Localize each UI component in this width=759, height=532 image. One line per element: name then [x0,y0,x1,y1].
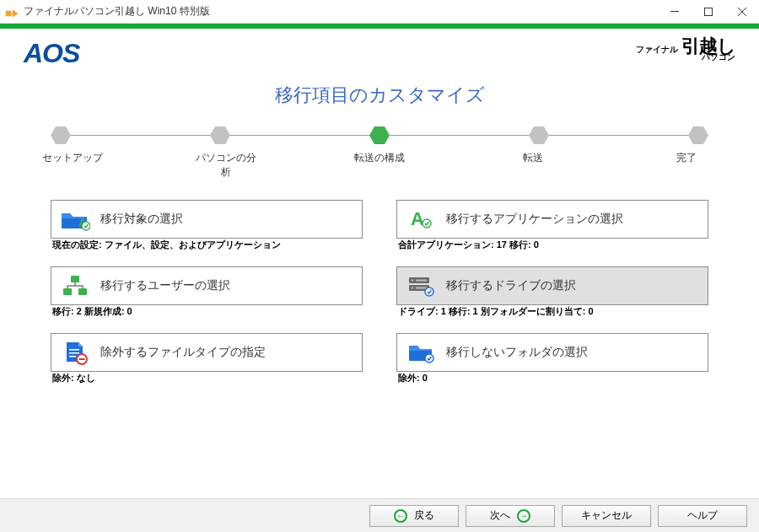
step-hexagon-current [369,126,390,144]
svg-point-9 [82,222,90,230]
option-label: 移行対象の選択 [100,212,183,227]
exclude-types-option[interactable]: 除外するファイルタイプの指定 [51,333,363,372]
option-label: 移行するユーザーの選択 [100,278,230,293]
select-targets-option[interactable]: A 移行対象の選択 [51,200,363,239]
maximize-button[interactable] [692,0,725,23]
step-label: セットアップ [39,151,106,180]
progress-track [0,126,759,144]
users-tree-icon [60,273,90,298]
svg-rect-2 [705,8,713,15]
step-hexagon [51,126,71,144]
window-controls [658,0,759,23]
svg-rect-1 [670,11,679,12]
arrow-left-icon: ← [394,509,407,523]
footer: ← 戻る 次へ → キャンセル ヘルプ [0,498,759,532]
option-subtitle: 移行: 2 新規作成: 0 [51,305,363,318]
option-subtitle: 除外: なし [51,372,363,384]
svg-marker-6 [529,126,549,144]
svg-marker-7 [688,126,708,144]
svg-rect-20 [416,287,427,289]
titlebar: ファイナルパソコン引越し Win10 特別版 [0,0,759,24]
option-subtitle: 除外: 0 [396,372,708,384]
svg-marker-3 [51,126,71,144]
page-title: 移行項目のカスタマイズ [0,83,759,108]
svg-point-21 [425,287,433,296]
svg-rect-0 [6,11,11,16]
svg-marker-4 [210,126,230,144]
svg-rect-14 [78,288,87,295]
option-label: 移行するドライブの選択 [446,278,576,293]
step-label: 転送 [499,151,567,180]
svg-rect-26 [79,358,85,360]
drives-icon [406,273,436,298]
exclude-folders-option[interactable]: 移行しないフォルダの選択 [396,333,708,372]
close-button[interactable] [725,0,759,23]
svg-marker-5 [369,126,390,144]
step-label: 完了 [653,151,720,180]
svg-point-18 [412,287,413,288]
arrow-right-icon: → [517,509,530,523]
option-label: 除外するファイルタイプの指定 [100,345,266,360]
help-button[interactable]: ヘルプ [658,505,747,527]
progress-labels: セットアップ パソコンの分析 転送の構成 転送 完了 [0,151,759,180]
step-hexagon [210,126,230,144]
folder-a-icon: A [60,207,90,232]
window-title: ファイナルパソコン引越し Win10 特別版 [24,4,658,19]
brand-logo: ファイナル 引越し パソコン [636,37,735,69]
back-button[interactable]: ← 戻る [369,505,459,527]
step-label: パソコンの分析 [192,151,260,180]
select-users-option[interactable]: 移行するユーザーの選択 [51,266,363,305]
options-grid: A 移行対象の選択 現在の設定: ファイル、設定、およびアプリケーション A 移… [0,200,759,393]
minimize-button[interactable] [658,0,692,23]
file-exclude-icon [60,340,90,365]
folder-check-icon [406,340,436,365]
select-apps-option[interactable]: A 移行するアプリケーションの選択 [396,200,708,239]
aos-logo: AOS [24,38,79,69]
app-icon [5,5,19,19]
option-label: 移行しないフォルダの選択 [446,345,588,360]
svg-text:A: A [411,208,424,229]
svg-rect-13 [63,288,72,295]
step-hexagon [529,126,549,144]
svg-rect-24 [69,356,76,357]
step-hexagon [688,126,708,144]
option-subtitle: ドライブ: 1 移行: 1 別フォルダーに割り当て: 0 [396,305,708,318]
step-label: 転送の構成 [346,151,413,180]
svg-rect-12 [71,276,79,282]
option-label: 移行するアプリケーションの選択 [446,212,623,227]
option-subtitle: 現在の設定: ファイル、設定、およびアプリケーション [51,239,363,251]
option-subtitle: 合計アプリケーション: 17 移行: 0 [396,239,708,251]
select-drives-option[interactable]: 移行するドライブの選択 [396,266,708,305]
svg-rect-23 [69,352,79,354]
header: AOS ファイナル 引越し パソコン [0,29,759,76]
svg-point-17 [412,279,413,281]
svg-rect-22 [69,349,79,351]
svg-point-11 [423,219,431,228]
next-button[interactable]: 次へ → [466,505,555,527]
cancel-button[interactable]: キャンセル [562,505,651,527]
svg-rect-19 [416,280,427,282]
app-a-icon: A [406,207,436,232]
svg-point-27 [425,354,433,363]
